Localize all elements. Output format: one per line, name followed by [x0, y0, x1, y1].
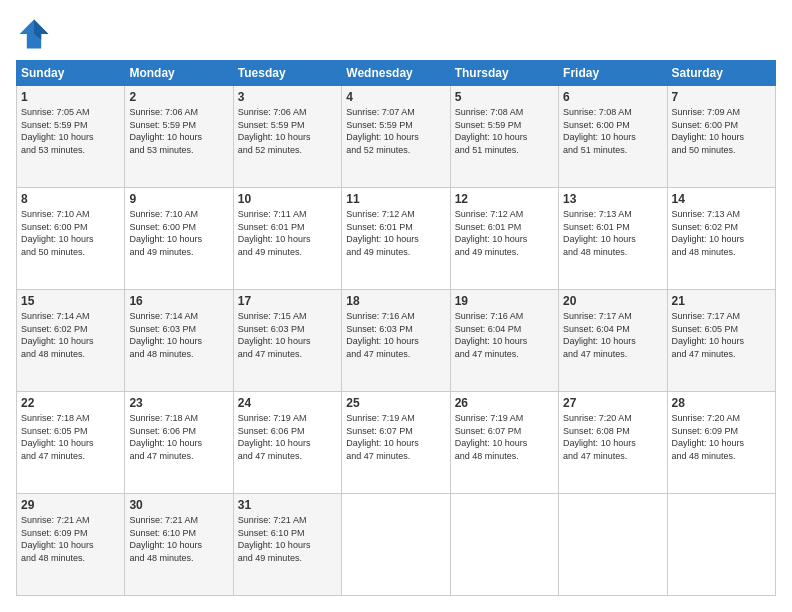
day-number: 12: [455, 192, 554, 206]
day-cell-18: 18 Sunrise: 7:16 AMSunset: 6:03 PMDaylig…: [342, 290, 450, 392]
day-info: Sunrise: 7:07 AMSunset: 5:59 PMDaylight:…: [346, 106, 445, 156]
header: [16, 16, 776, 52]
day-cell-25: 25 Sunrise: 7:19 AMSunset: 6:07 PMDaylig…: [342, 392, 450, 494]
day-cell-1: 1 Sunrise: 7:05 AMSunset: 5:59 PMDayligh…: [17, 86, 125, 188]
day-cell-30: 30 Sunrise: 7:21 AMSunset: 6:10 PMDaylig…: [125, 494, 233, 596]
day-number: 5: [455, 90, 554, 104]
day-number: 19: [455, 294, 554, 308]
day-cell-13: 13 Sunrise: 7:13 AMSunset: 6:01 PMDaylig…: [559, 188, 667, 290]
day-info: Sunrise: 7:15 AMSunset: 6:03 PMDaylight:…: [238, 310, 337, 360]
day-number: 16: [129, 294, 228, 308]
page: SundayMondayTuesdayWednesdayThursdayFrid…: [0, 0, 792, 612]
day-number: 1: [21, 90, 120, 104]
day-cell-29: 29 Sunrise: 7:21 AMSunset: 6:09 PMDaylig…: [17, 494, 125, 596]
day-info: Sunrise: 7:21 AMSunset: 6:10 PMDaylight:…: [238, 514, 337, 564]
day-info: Sunrise: 7:08 AMSunset: 5:59 PMDaylight:…: [455, 106, 554, 156]
day-number: 6: [563, 90, 662, 104]
day-number: 21: [672, 294, 771, 308]
empty-cell: [342, 494, 450, 596]
day-cell-27: 27 Sunrise: 7:20 AMSunset: 6:08 PMDaylig…: [559, 392, 667, 494]
day-cell-4: 4 Sunrise: 7:07 AMSunset: 5:59 PMDayligh…: [342, 86, 450, 188]
col-header-thursday: Thursday: [450, 61, 558, 86]
day-cell-14: 14 Sunrise: 7:13 AMSunset: 6:02 PMDaylig…: [667, 188, 775, 290]
day-number: 3: [238, 90, 337, 104]
day-number: 20: [563, 294, 662, 308]
day-number: 2: [129, 90, 228, 104]
day-info: Sunrise: 7:16 AMSunset: 6:04 PMDaylight:…: [455, 310, 554, 360]
day-info: Sunrise: 7:19 AMSunset: 6:06 PMDaylight:…: [238, 412, 337, 462]
day-info: Sunrise: 7:09 AMSunset: 6:00 PMDaylight:…: [672, 106, 771, 156]
day-info: Sunrise: 7:17 AMSunset: 6:04 PMDaylight:…: [563, 310, 662, 360]
day-number: 28: [672, 396, 771, 410]
day-cell-26: 26 Sunrise: 7:19 AMSunset: 6:07 PMDaylig…: [450, 392, 558, 494]
day-number: 24: [238, 396, 337, 410]
day-info: Sunrise: 7:18 AMSunset: 6:06 PMDaylight:…: [129, 412, 228, 462]
col-header-wednesday: Wednesday: [342, 61, 450, 86]
day-info: Sunrise: 7:13 AMSunset: 6:02 PMDaylight:…: [672, 208, 771, 258]
day-info: Sunrise: 7:11 AMSunset: 6:01 PMDaylight:…: [238, 208, 337, 258]
day-info: Sunrise: 7:12 AMSunset: 6:01 PMDaylight:…: [455, 208, 554, 258]
day-info: Sunrise: 7:13 AMSunset: 6:01 PMDaylight:…: [563, 208, 662, 258]
day-number: 26: [455, 396, 554, 410]
day-info: Sunrise: 7:16 AMSunset: 6:03 PMDaylight:…: [346, 310, 445, 360]
day-number: 30: [129, 498, 228, 512]
day-info: Sunrise: 7:06 AMSunset: 5:59 PMDaylight:…: [238, 106, 337, 156]
day-number: 14: [672, 192, 771, 206]
day-info: Sunrise: 7:12 AMSunset: 6:01 PMDaylight:…: [346, 208, 445, 258]
day-cell-19: 19 Sunrise: 7:16 AMSunset: 6:04 PMDaylig…: [450, 290, 558, 392]
calendar-week-2: 8 Sunrise: 7:10 AMSunset: 6:00 PMDayligh…: [17, 188, 776, 290]
col-header-monday: Monday: [125, 61, 233, 86]
day-info: Sunrise: 7:10 AMSunset: 6:00 PMDaylight:…: [21, 208, 120, 258]
day-number: 7: [672, 90, 771, 104]
day-info: Sunrise: 7:08 AMSunset: 6:00 PMDaylight:…: [563, 106, 662, 156]
day-cell-12: 12 Sunrise: 7:12 AMSunset: 6:01 PMDaylig…: [450, 188, 558, 290]
col-header-saturday: Saturday: [667, 61, 775, 86]
empty-cell: [667, 494, 775, 596]
day-number: 11: [346, 192, 445, 206]
day-info: Sunrise: 7:10 AMSunset: 6:00 PMDaylight:…: [129, 208, 228, 258]
day-number: 31: [238, 498, 337, 512]
day-cell-20: 20 Sunrise: 7:17 AMSunset: 6:04 PMDaylig…: [559, 290, 667, 392]
day-info: Sunrise: 7:05 AMSunset: 5:59 PMDaylight:…: [21, 106, 120, 156]
day-info: Sunrise: 7:14 AMSunset: 6:03 PMDaylight:…: [129, 310, 228, 360]
day-number: 18: [346, 294, 445, 308]
day-info: Sunrise: 7:21 AMSunset: 6:10 PMDaylight:…: [129, 514, 228, 564]
day-info: Sunrise: 7:20 AMSunset: 6:09 PMDaylight:…: [672, 412, 771, 462]
calendar-week-5: 29 Sunrise: 7:21 AMSunset: 6:09 PMDaylig…: [17, 494, 776, 596]
day-number: 15: [21, 294, 120, 308]
col-header-sunday: Sunday: [17, 61, 125, 86]
logo: [16, 16, 58, 52]
day-info: Sunrise: 7:18 AMSunset: 6:05 PMDaylight:…: [21, 412, 120, 462]
day-number: 27: [563, 396, 662, 410]
day-cell-5: 5 Sunrise: 7:08 AMSunset: 5:59 PMDayligh…: [450, 86, 558, 188]
day-cell-10: 10 Sunrise: 7:11 AMSunset: 6:01 PMDaylig…: [233, 188, 341, 290]
day-cell-24: 24 Sunrise: 7:19 AMSunset: 6:06 PMDaylig…: [233, 392, 341, 494]
day-number: 23: [129, 396, 228, 410]
logo-icon: [16, 16, 52, 52]
day-cell-6: 6 Sunrise: 7:08 AMSunset: 6:00 PMDayligh…: [559, 86, 667, 188]
day-cell-3: 3 Sunrise: 7:06 AMSunset: 5:59 PMDayligh…: [233, 86, 341, 188]
day-cell-11: 11 Sunrise: 7:12 AMSunset: 6:01 PMDaylig…: [342, 188, 450, 290]
day-number: 17: [238, 294, 337, 308]
day-cell-17: 17 Sunrise: 7:15 AMSunset: 6:03 PMDaylig…: [233, 290, 341, 392]
day-cell-28: 28 Sunrise: 7:20 AMSunset: 6:09 PMDaylig…: [667, 392, 775, 494]
day-cell-7: 7 Sunrise: 7:09 AMSunset: 6:00 PMDayligh…: [667, 86, 775, 188]
day-cell-15: 15 Sunrise: 7:14 AMSunset: 6:02 PMDaylig…: [17, 290, 125, 392]
day-cell-2: 2 Sunrise: 7:06 AMSunset: 5:59 PMDayligh…: [125, 86, 233, 188]
day-number: 25: [346, 396, 445, 410]
day-cell-23: 23 Sunrise: 7:18 AMSunset: 6:06 PMDaylig…: [125, 392, 233, 494]
day-info: Sunrise: 7:21 AMSunset: 6:09 PMDaylight:…: [21, 514, 120, 564]
col-header-friday: Friday: [559, 61, 667, 86]
day-info: Sunrise: 7:19 AMSunset: 6:07 PMDaylight:…: [455, 412, 554, 462]
day-number: 29: [21, 498, 120, 512]
day-info: Sunrise: 7:14 AMSunset: 6:02 PMDaylight:…: [21, 310, 120, 360]
calendar-week-1: 1 Sunrise: 7:05 AMSunset: 5:59 PMDayligh…: [17, 86, 776, 188]
day-cell-31: 31 Sunrise: 7:21 AMSunset: 6:10 PMDaylig…: [233, 494, 341, 596]
day-cell-16: 16 Sunrise: 7:14 AMSunset: 6:03 PMDaylig…: [125, 290, 233, 392]
day-number: 10: [238, 192, 337, 206]
col-header-tuesday: Tuesday: [233, 61, 341, 86]
day-number: 22: [21, 396, 120, 410]
day-cell-22: 22 Sunrise: 7:18 AMSunset: 6:05 PMDaylig…: [17, 392, 125, 494]
day-info: Sunrise: 7:20 AMSunset: 6:08 PMDaylight:…: [563, 412, 662, 462]
day-number: 9: [129, 192, 228, 206]
